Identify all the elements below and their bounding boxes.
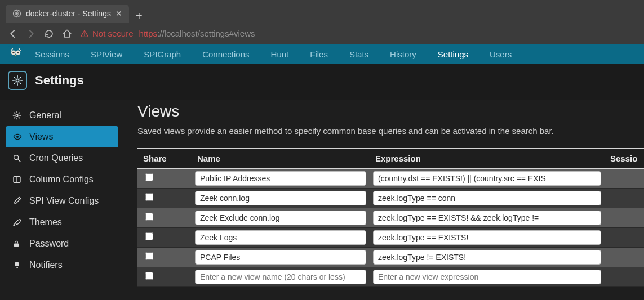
views-table: Share Name Expression Sessio [137, 148, 644, 287]
nav-spiview[interactable]: SPIView [91, 50, 122, 59]
sidebar-item-label: SPI View Configs [29, 196, 99, 206]
svg-point-1 [16, 12, 18, 15]
main-content: Views Saved views provide an easier meth… [124, 100, 644, 299]
sidebar-item-label: Column Configs [29, 174, 94, 185]
sidebar-item-cron-queries[interactable]: Cron Queries [6, 147, 118, 169]
share-checkbox[interactable] [145, 173, 153, 181]
share-checkbox[interactable] [145, 213, 153, 221]
share-checkbox[interactable] [145, 193, 153, 201]
nav-users[interactable]: Users [490, 50, 512, 59]
nav-stats[interactable]: Stats [349, 50, 368, 59]
security-warning[interactable]: Not secure [80, 29, 134, 38]
gear-icon [12, 111, 23, 120]
nav-forward-icon [26, 29, 36, 39]
view-name-input[interactable] [195, 171, 366, 186]
tab-title: docker-cluster - Settings [26, 9, 111, 18]
browser-tab[interactable]: docker-cluster - Settings ✕ [6, 5, 129, 23]
nav-home-icon[interactable] [62, 29, 72, 39]
sidebar-item-label: Cron Queries [29, 153, 83, 163]
view-name-input[interactable] [195, 230, 366, 245]
col-header-session[interactable]: Sessio [605, 149, 644, 168]
brush-icon [12, 218, 23, 227]
view-expression-input[interactable] [373, 211, 601, 225]
url-text: https://localhost/settings#views [139, 29, 255, 38]
svg-point-7 [17, 52, 19, 53]
svg-point-3 [84, 35, 85, 36]
new-view-expression-input[interactable] [373, 270, 601, 284]
svg-line-12 [18, 159, 20, 162]
new-view-name-input[interactable] [195, 270, 366, 284]
browser-tabs: docker-cluster - Settings ✕ + [0, 0, 644, 23]
col-header-expression[interactable]: Expression [370, 149, 605, 168]
warning-triangle-icon [80, 29, 89, 38]
sidebar-item-spi-view-configs[interactable]: SPI View Configs [6, 190, 118, 212]
sidebar-item-label: Password [29, 239, 69, 249]
nav-reload-icon[interactable] [44, 29, 54, 39]
dropper-icon [12, 196, 23, 205]
view-name-input[interactable] [195, 211, 366, 225]
table-row [137, 189, 644, 208]
sidebar-item-themes[interactable]: Themes [6, 212, 118, 233]
table-row [137, 168, 644, 189]
view-expression-input[interactable] [373, 250, 601, 265]
nav-connections[interactable]: Connections [202, 50, 249, 59]
nav-sessions[interactable]: Sessions [35, 50, 69, 59]
svg-point-10 [16, 136, 19, 138]
table-row-new [137, 267, 644, 287]
nav-history[interactable]: History [390, 50, 416, 59]
settings-sidebar: GeneralViewsCron QueriesColumn ConfigsSP… [0, 100, 124, 299]
nav-back-icon[interactable] [8, 29, 18, 39]
col-header-share[interactable]: Share [137, 149, 192, 168]
view-name-input[interactable] [195, 191, 366, 205]
sidebar-item-label: General [29, 110, 61, 120]
svg-rect-15 [14, 243, 19, 247]
tab-favicon [12, 9, 21, 18]
view-name-input[interactable] [195, 250, 366, 265]
share-checkbox[interactable] [145, 252, 153, 260]
sidebar-item-general[interactable]: General [6, 105, 118, 126]
app-top-nav: SessionsSPIViewSPIGraphConnectionsHuntFi… [0, 44, 644, 64]
browser-chrome: docker-cluster - Settings ✕ + Not secure… [0, 0, 644, 44]
view-expression-input[interactable] [373, 191, 601, 205]
sidebar-item-label: Views [29, 132, 53, 142]
new-tab-button[interactable]: + [129, 10, 149, 23]
page-header: Settings [0, 64, 644, 100]
browser-toolbar: Not secure https://localhost/settings#vi… [0, 23, 644, 44]
share-checkbox[interactable] [145, 232, 153, 240]
svg-point-8 [16, 79, 19, 82]
settings-badge-icon [8, 71, 27, 90]
views-heading: Views [137, 102, 644, 120]
svg-point-6 [12, 52, 14, 53]
view-expression-input[interactable] [373, 230, 601, 245]
sidebar-item-label: Themes [29, 217, 62, 227]
svg-point-9 [16, 114, 18, 117]
sidebar-item-label: Notifiers [29, 260, 63, 270]
search-icon [12, 154, 23, 163]
address-bar[interactable]: Not secure https://localhost/settings#vi… [80, 29, 636, 38]
nav-settings[interactable]: Settings [438, 50, 468, 59]
table-row [137, 248, 644, 267]
sidebar-item-password[interactable]: Password [6, 233, 118, 254]
nav-files[interactable]: Files [310, 50, 328, 59]
eye-icon [12, 132, 23, 141]
col-header-name[interactable]: Name [192, 149, 370, 168]
columns-icon [12, 175, 23, 184]
tab-close-icon[interactable]: ✕ [116, 9, 122, 18]
sidebar-item-notifiers[interactable]: Notifiers [6, 254, 118, 276]
app-logo-owl-icon[interactable] [8, 46, 24, 62]
nav-spigraph[interactable]: SPIGraph [144, 50, 181, 59]
svg-point-11 [14, 155, 19, 160]
sidebar-item-column-configs[interactable]: Column Configs [6, 169, 118, 190]
page-title: Settings [35, 73, 84, 88]
share-checkbox[interactable] [145, 272, 153, 280]
views-description: Saved views provide an easier method to … [137, 126, 644, 136]
view-expression-input[interactable] [373, 171, 601, 186]
not-secure-label: Not secure [92, 29, 134, 38]
sidebar-item-views[interactable]: Views [6, 126, 118, 147]
lock-icon [12, 239, 23, 248]
table-row [137, 228, 644, 248]
table-row [137, 208, 644, 228]
nav-hunt[interactable]: Hunt [271, 50, 289, 59]
bell-icon [12, 261, 23, 270]
